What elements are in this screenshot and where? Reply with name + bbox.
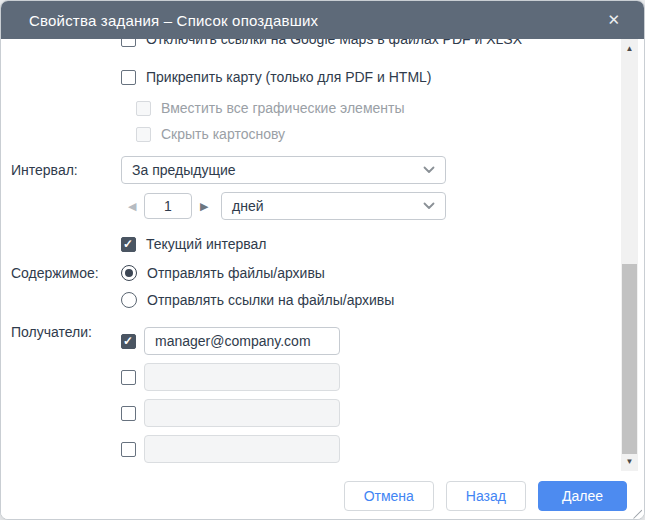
current-interval-label: Текущий интервал xyxy=(146,236,267,252)
recipient-1-checkbox[interactable] xyxy=(121,334,136,349)
close-icon[interactable]: ✕ xyxy=(603,9,624,31)
hide-basemap-label: Скрыть картоснову xyxy=(161,126,285,142)
dialog-title: Свойства задания – Список опоздавших xyxy=(29,12,603,29)
interval-count-input[interactable] xyxy=(144,193,192,219)
send-links-label: Отправлять ссылки на файлы/архивы xyxy=(147,292,394,308)
send-files-label: Отправлять файлы/архивы xyxy=(147,265,325,281)
recipient-3-checkbox[interactable] xyxy=(121,406,136,421)
interval-unit-select[interactable]: дней xyxy=(221,192,446,220)
checkbox-row-hide-basemap: Скрыть картоснову xyxy=(136,125,285,143)
recipient-3-input[interactable] xyxy=(144,399,340,427)
vertical-scrollbar[interactable]: ▲ ▼ xyxy=(621,39,638,471)
dialog-titlebar: Свойства задания – Список опоздавших ✕ xyxy=(1,1,644,39)
attach-map-label: Прикрепить карту (только для PDF и HTML) xyxy=(146,69,432,85)
checkbox-row-attach-map[interactable]: Прикрепить карту (только для PDF и HTML) xyxy=(121,68,432,86)
cancel-button[interactable]: Отмена xyxy=(344,481,434,511)
chevron-down-icon xyxy=(423,166,435,174)
scroll-up-icon[interactable]: ▲ xyxy=(621,41,638,56)
dialog-footer: Отмена Назад Далее xyxy=(1,471,644,520)
recipient-2-checkbox[interactable] xyxy=(121,370,136,385)
interval-unit-value: дней xyxy=(232,198,264,214)
recipients-label: Получатели: xyxy=(11,324,92,340)
disable-google-links-label: Отключить ссылки на Google Maps в файлах… xyxy=(146,39,522,47)
checkbox-row-disable-google-links[interactable]: Отключить ссылки на Google Maps в файлах… xyxy=(121,39,522,48)
scrollbar-thumb[interactable] xyxy=(622,264,637,454)
recipient-4-checkbox[interactable] xyxy=(121,442,136,457)
disable-google-links-checkbox[interactable] xyxy=(121,39,136,47)
resize-grip[interactable] xyxy=(632,509,642,519)
next-button[interactable]: Далее xyxy=(538,481,627,511)
count-increment-icon[interactable]: ▶ xyxy=(200,199,208,213)
count-decrement-icon[interactable]: ◀ xyxy=(128,199,136,213)
recipient-2-input[interactable] xyxy=(144,363,340,391)
radio-row-send-links[interactable]: Отправлять ссылки на файлы/архивы xyxy=(121,291,394,309)
scroll-down-icon[interactable]: ▼ xyxy=(621,454,638,469)
fit-graphics-checkbox xyxy=(136,101,151,116)
send-links-radio[interactable] xyxy=(121,292,137,308)
task-properties-dialog: Свойства задания – Список опоздавших ✕ О… xyxy=(0,0,645,520)
recipient-1-input[interactable] xyxy=(144,327,340,355)
content-label: Содержимое: xyxy=(11,265,99,281)
recipient-4-input[interactable] xyxy=(144,435,340,463)
hide-basemap-checkbox xyxy=(136,127,151,142)
dialog-scroll-area: Отключить ссылки на Google Maps в файлах… xyxy=(1,39,644,471)
chevron-down-icon xyxy=(423,202,435,210)
interval-label: Интервал: xyxy=(11,162,78,178)
send-files-radio[interactable] xyxy=(121,265,137,281)
fit-graphics-label: Вместить все графические элементы xyxy=(161,100,405,116)
attach-map-checkbox[interactable] xyxy=(121,70,136,85)
interval-preset-select[interactable]: За предыдущие xyxy=(121,156,446,184)
interval-preset-value: За предыдущие xyxy=(132,162,236,178)
radio-row-send-files[interactable]: Отправлять файлы/архивы xyxy=(121,264,325,282)
back-button[interactable]: Назад xyxy=(446,481,526,511)
checkbox-row-fit-graphics: Вместить все графические элементы xyxy=(136,99,405,117)
checkbox-row-current-interval[interactable]: Текущий интервал xyxy=(121,235,267,253)
current-interval-checkbox[interactable] xyxy=(121,237,136,252)
